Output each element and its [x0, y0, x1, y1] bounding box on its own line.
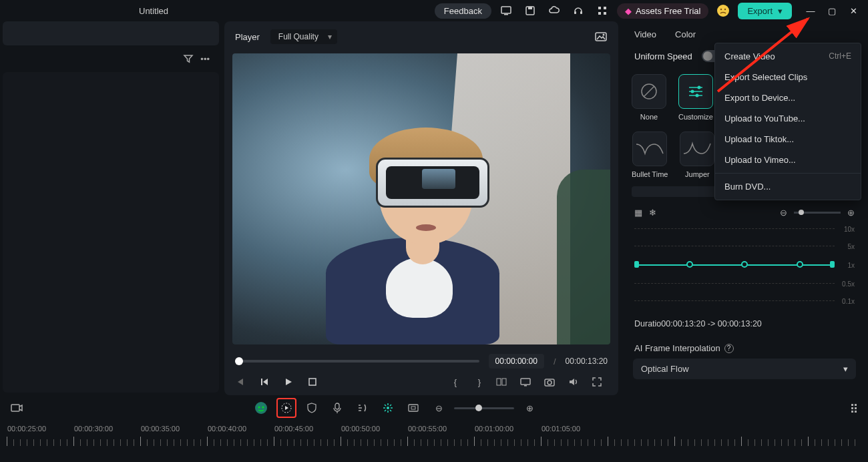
svg-rect-46	[855, 411, 857, 413]
timeline-zoom-slider[interactable]	[454, 407, 514, 409]
svg-point-14	[603, 34, 605, 36]
mini-zoom-slider[interactable]	[794, 212, 841, 214]
snapshot-icon[interactable]	[594, 31, 608, 43]
render-preview-icon[interactable]	[276, 398, 296, 418]
export-to-device[interactable]: Export to Device...	[715, 87, 861, 108]
interp-label: AI Frame Interpolation	[634, 343, 720, 353]
display-icon[interactable]	[519, 377, 535, 387]
mark-in-icon[interactable]: {	[447, 377, 463, 387]
ai-assistant-icon[interactable]	[251, 398, 271, 418]
media-panel: •••	[0, 21, 222, 395]
cloud-icon[interactable]	[545, 1, 564, 20]
svg-point-35	[262, 407, 264, 409]
tab-color[interactable]: Color	[675, 29, 696, 39]
svg-point-12	[724, 9, 726, 10]
feedback-button[interactable]: Feedback	[435, 3, 491, 19]
window-close[interactable]: ✕	[844, 1, 863, 20]
play-icon[interactable]	[283, 377, 299, 387]
svg-rect-4	[574, 11, 576, 14]
upload-vimeo[interactable]: Upload to Vimeo...	[715, 150, 861, 170]
window-maximize[interactable]: ▢	[823, 1, 841, 20]
zoom-out-timeline-icon[interactable]: ⊖	[429, 398, 449, 418]
svg-rect-17	[497, 379, 501, 385]
upload-youtube[interactable]: Upload to YouTube...	[715, 108, 861, 129]
svg-rect-45	[851, 411, 853, 413]
zoom-in-timeline-icon[interactable]: ⊕	[519, 398, 539, 418]
prev-frame-icon[interactable]	[235, 377, 251, 387]
svg-rect-18	[502, 379, 506, 385]
preset-jumper[interactable]: Jumper	[680, 132, 714, 178]
preset-customize[interactable]: Customize	[678, 74, 713, 121]
profile-icon[interactable]	[714, 1, 732, 20]
filter-icon[interactable]	[183, 53, 194, 64]
chevron-down-icon: ▾	[843, 364, 848, 374]
properties-panel: Create Video Ctrl+E Export Selected Clip…	[621, 21, 868, 395]
media-tabs[interactable]	[3, 21, 219, 45]
player-seek-slider[interactable]	[235, 360, 479, 363]
svg-point-27	[698, 86, 701, 89]
svg-rect-16	[309, 379, 316, 385]
save-icon[interactable]	[521, 1, 539, 20]
apps-icon[interactable]	[593, 1, 612, 20]
main-area: ••• Player Full Quality 0	[0, 21, 868, 395]
svg-point-10	[717, 5, 729, 17]
freeze-icon[interactable]: ❄	[649, 208, 656, 218]
mark-out-icon[interactable]: }	[471, 377, 487, 387]
svg-rect-9	[604, 12, 606, 15]
player-panel: Player Full Quality 00:00:00:00 / 00:00:…	[224, 21, 618, 395]
svg-point-33	[255, 402, 267, 414]
window-minimize[interactable]: —	[801, 1, 820, 20]
svg-rect-6	[598, 7, 601, 9]
headset-icon[interactable]	[569, 1, 588, 20]
svg-rect-7	[604, 7, 606, 9]
timeline-ruler[interactable]: 00:00:25:00 00:00:30:00 00:00:35:00 00:0…	[0, 421, 868, 447]
topbar: Untitled Feedback ◆ Assets Free Trial Ex…	[0, 0, 868, 21]
assets-trial-button[interactable]: ◆ Assets Free Trial	[617, 3, 709, 19]
svg-rect-40	[411, 407, 415, 409]
crop-icon[interactable]	[403, 398, 423, 418]
current-time: 00:00:00:00	[489, 354, 544, 369]
zoom-out-icon[interactable]: ⊖	[780, 208, 787, 218]
uniform-speed-label: Uniform Speed	[634, 51, 692, 61]
volume-icon[interactable]	[568, 377, 584, 387]
stop-icon[interactable]	[307, 377, 323, 387]
export-selected-clips[interactable]: Export Selected Clips	[715, 67, 861, 87]
audio-mix-icon[interactable]	[353, 398, 373, 418]
svg-rect-44	[855, 407, 857, 409]
grid-icon[interactable]: ▦	[634, 208, 642, 218]
more-icon[interactable]: •••	[200, 54, 210, 64]
camera-icon[interactable]	[544, 377, 560, 387]
svg-rect-15	[261, 379, 262, 385]
mic-icon[interactable]	[327, 398, 347, 418]
svg-rect-19	[521, 379, 530, 385]
export-button[interactable]: Export ▾	[738, 3, 792, 19]
gem-icon: ◆	[625, 6, 632, 16]
burn-dvd[interactable]: Burn DVD...	[715, 176, 861, 197]
shield-icon[interactable]	[302, 398, 322, 418]
compare-icon[interactable]	[495, 377, 511, 387]
tab-video[interactable]: Video	[634, 29, 656, 39]
marker-icon[interactable]	[378, 398, 398, 418]
upload-tiktok[interactable]: Upload to Tiktok...	[715, 129, 861, 150]
svg-point-29	[691, 90, 694, 93]
zoom-in-icon[interactable]: ⊕	[847, 208, 855, 218]
speed-ramp[interactable]: 10x 5x 1x 0.5x 0.1x	[634, 227, 855, 307]
player-label: Player	[235, 32, 260, 42]
svg-rect-8	[598, 12, 601, 15]
video-preview[interactable]	[232, 53, 610, 344]
svg-point-38	[387, 407, 389, 409]
preset-bullet-time[interactable]: Bullet Time	[632, 132, 668, 178]
timeline-options-icon[interactable]	[849, 402, 861, 414]
media-bin[interactable]	[3, 72, 219, 393]
device-icon[interactable]	[497, 1, 515, 20]
interp-select[interactable]: Optical Flow ▾	[633, 359, 856, 379]
preset-none[interactable]: None	[632, 74, 666, 121]
timeline-camera-icon[interactable]	[7, 398, 27, 418]
export-create-video[interactable]: Create Video Ctrl+E	[715, 46, 861, 67]
info-icon[interactable]: ?	[724, 344, 734, 353]
playback-quality-select[interactable]: Full Quality	[270, 29, 337, 44]
fullscreen-icon[interactable]	[592, 377, 608, 387]
svg-rect-0	[501, 7, 511, 13]
svg-rect-41	[851, 404, 853, 406]
step-back-icon[interactable]	[259, 377, 275, 387]
